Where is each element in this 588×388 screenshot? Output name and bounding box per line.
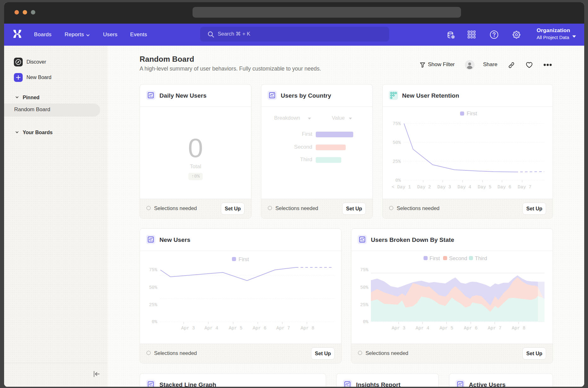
svg-text:Apr 6: Apr 6	[253, 326, 267, 331]
svg-text:Day 3: Day 3	[437, 185, 451, 190]
svg-text:Apr 7: Apr 7	[276, 326, 290, 331]
svg-text:Day 6: Day 6	[498, 185, 511, 190]
svg-text:Apr 8: Apr 8	[512, 326, 526, 331]
svg-text:First: First	[239, 256, 249, 262]
svg-text:Apr 8: Apr 8	[301, 326, 314, 331]
svg-text:Third: Third	[475, 255, 487, 261]
svg-text:Day 7: Day 7	[518, 185, 532, 190]
svg-text:50%: 50%	[360, 285, 368, 290]
svg-text:75%: 75%	[393, 121, 401, 126]
svg-text:0%: 0%	[152, 319, 158, 324]
svg-text:75%: 75%	[149, 267, 157, 272]
svg-text:Day 2: Day 2	[417, 185, 431, 190]
svg-text:50%: 50%	[393, 140, 401, 145]
svg-text:Apr 4: Apr 4	[416, 326, 429, 331]
svg-text:Day 4: Day 4	[458, 185, 471, 190]
svg-text:First: First	[467, 111, 477, 117]
svg-text:75%: 75%	[360, 267, 368, 272]
svg-text:0%: 0%	[363, 319, 369, 324]
svg-text:0%: 0%	[395, 178, 401, 183]
svg-text:25%: 25%	[393, 159, 401, 164]
svg-text:Day 5: Day 5	[478, 185, 492, 190]
svg-text:Apr 5: Apr 5	[229, 326, 243, 331]
svg-text:50%: 50%	[149, 285, 157, 290]
svg-text:< Day 1: < Day 1	[392, 185, 411, 190]
svg-text:25%: 25%	[149, 302, 157, 307]
svg-text:25%: 25%	[360, 302, 368, 307]
svg-text:Apr 3: Apr 3	[181, 326, 195, 331]
svg-text:Apr 6: Apr 6	[464, 326, 478, 331]
svg-text:Apr 7: Apr 7	[488, 326, 502, 331]
svg-text:Apr 4: Apr 4	[205, 326, 218, 331]
svg-text:Apr 5: Apr 5	[440, 326, 453, 331]
svg-text:First: First	[429, 255, 440, 261]
svg-text:Second: Second	[449, 255, 467, 261]
svg-text:Apr 3: Apr 3	[392, 326, 406, 331]
